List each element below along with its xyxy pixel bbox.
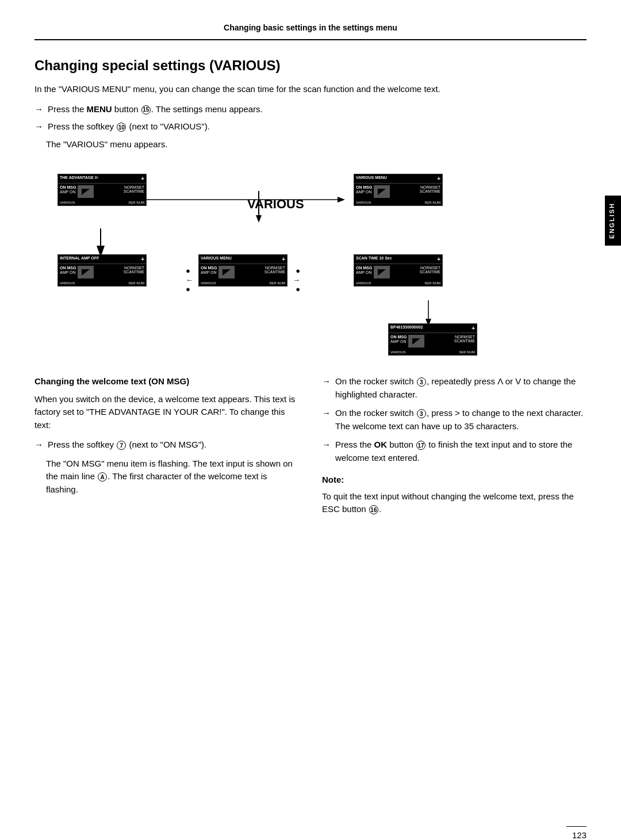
right-bullet2-text: On the rocker switch 3, press > to chang…: [335, 407, 586, 433]
circle-10: 10: [117, 123, 126, 132]
screen-col-right-tl: NORMSET SCANTIME: [124, 185, 144, 198]
sernum-mr: SER NUM: [424, 281, 440, 285]
right-bullet3-text: Press the OK button 17 to finish the tex…: [335, 438, 586, 464]
screen-slash-tl: [78, 185, 94, 198]
right-column: → On the rocker switch 3, repeatedly pre…: [322, 375, 586, 516]
screen-mid-right: SCAN TIME 10 Sec + ON MSG AMP ON NORMSET…: [354, 254, 443, 287]
plus-mr: +: [437, 256, 440, 262]
plus-tr: +: [437, 175, 440, 182]
screen-body-ml: ON MSG AMP ON NORMSET SCANTIME: [58, 264, 146, 280]
onmsg-mc: ON MSG: [201, 266, 217, 270]
arrow-left-top: ●: [186, 266, 190, 275]
various-mr: VARIOUS: [356, 281, 371, 285]
screen-slash-br: [408, 335, 424, 348]
screen-col-left-tr: ON MSG AMP ON: [356, 185, 372, 198]
normset-mc: NORMSET: [264, 266, 285, 270]
screen-tr-title-text: VARIOUS MENU: [356, 175, 387, 182]
screen-col-left-tl: ON MSG AMP ON: [60, 185, 76, 198]
screen-body-br: ON MSG AMP ON NORMSET SCANTIME: [389, 333, 477, 349]
screen-col-left-br: ON MSG AMP ON: [390, 335, 407, 348]
scantime-tr: SCANTIME: [420, 189, 440, 193]
scantime-br: SCANTIME: [454, 339, 475, 343]
two-col-section: Changing the welcome text (ON MSG) When …: [34, 375, 586, 516]
side-tab-label: ENGLISH: [608, 203, 615, 239]
screen-title-ml: INTERNAL AMP OFF +: [58, 255, 146, 264]
arrow-left-bot: ●: [186, 285, 190, 293]
left-arrow1: →: [34, 438, 43, 452]
screen-bottom-mr: VARIOUS SER NUM: [354, 280, 442, 286]
onmsg-ml: ON MSG: [60, 266, 76, 270]
normset-br: NORMSET: [454, 335, 475, 339]
screen-body-tl: ON MSG AMP ON NORMSET SCANTIME: [58, 184, 146, 200]
screen-body-mc: ON MSG AMP ON NORMSET SCANTIME: [199, 264, 287, 280]
bullet1-text: Press the MENU button 15. The settings m…: [48, 103, 263, 116]
various-label: VARIOUS: [247, 197, 304, 212]
note-text: To quit the text input without changing …: [322, 490, 586, 516]
screen-tl-title-text: THE ADVANTAGE I>: [60, 175, 98, 182]
slash-inner-mr: [378, 269, 386, 276]
screen-col-left-mc: ON MSG AMP ON: [201, 266, 217, 278]
left-bullet1: → Press the softkey 7 (next to "ON MSG")…: [34, 438, 299, 452]
section-title: Changing special settings (VARIOUS): [34, 58, 586, 74]
ampon-ml: AMP ON: [60, 270, 76, 274]
scantime-mr: SCANTIME: [420, 270, 440, 274]
scantime-tl: SCANTIME: [124, 189, 144, 193]
various-ml: VARIOUS: [60, 281, 75, 285]
slash-inner-tl: [82, 189, 90, 195]
screen-mid-center: VARIOUS MENU + ON MSG AMP ON NORMSET: [198, 254, 288, 287]
onmsg-mr: ON MSG: [356, 266, 372, 270]
ampon-br: AMP ON: [390, 339, 407, 343]
screen-title-br: BP481530000002 +: [389, 324, 477, 333]
circle-3a: 3: [417, 377, 426, 387]
header-title: Changing basic settings in the settings …: [34, 23, 586, 36]
screen-col-left-ml: ON MSG AMP ON: [60, 266, 76, 278]
sernum-mc: SER NUM: [269, 281, 285, 285]
svg-marker-2: [256, 215, 262, 223]
screen-col-left-mr: ON MSG AMP ON: [356, 266, 372, 278]
svg-marker-4: [338, 197, 345, 203]
various-br: VARIOUS: [390, 350, 406, 354]
normset-mr: NORMSET: [420, 266, 440, 270]
onmsg-tr: ON MSG: [356, 185, 372, 189]
circle-3b: 3: [417, 409, 426, 418]
bullet2-text: Press the softkey 10 (next to "VARIOUS")…: [48, 120, 210, 133]
arrow-icon-2: →: [34, 120, 43, 133]
header-section: Changing basic settings in the settings …: [34, 23, 586, 40]
note-title: Note:: [322, 474, 586, 487]
screen-title-tl: THE ADVANTAGE I> +: [58, 174, 146, 184]
various-tr: VARIOUS: [356, 201, 371, 204]
right-arrow3: →: [322, 438, 331, 452]
arrow-right-bot: ●: [296, 285, 300, 293]
arrow-icon-1: →: [34, 103, 43, 116]
screen-br-title-text: BP481530000002: [390, 325, 423, 331]
screen-bottom-tl: VARIOUS SER NUM: [58, 200, 146, 205]
screen-body-mr: ON MSG AMP ON NORMSET SCANTIME: [354, 264, 442, 280]
scantime-ml: SCANTIME: [124, 270, 144, 274]
ampon-mc: AMP ON: [201, 270, 217, 274]
screen-col-right-tr: NORMSET SCANTIME: [420, 185, 440, 198]
plus-ml: +: [141, 256, 144, 262]
right-bullet2: → On the rocker switch 3, press > to cha…: [322, 407, 586, 433]
left-indent1: The "ON MSG" menu item is flashing. The …: [46, 457, 299, 497]
bullet-softkey: → Press the softkey 10 (next to "VARIOUS…: [34, 120, 586, 133]
screen-title-mr: SCAN TIME 10 Sec +: [354, 255, 442, 264]
indent-various: The "VARIOUS" menu appears.: [46, 138, 586, 151]
ampon-mr: AMP ON: [356, 270, 372, 274]
intro-text: In the "VARIOUS MENU" menu, you can chan…: [34, 83, 586, 96]
english-side-tab: ENGLISH: [605, 196, 621, 246]
circle-16: 16: [369, 505, 378, 514]
right-bullet3: → Press the OK button 17 to finish the t…: [322, 438, 586, 464]
various-mc: VARIOUS: [201, 281, 216, 285]
left-para1: When you switch on the device, a welcome…: [34, 393, 299, 432]
screen-bottom-right: BP481530000002 + ON MSG AMP ON NORMSET S…: [388, 323, 477, 356]
right-arrow2: →: [322, 407, 331, 420]
screen-title-tr: VARIOUS MENU +: [354, 174, 442, 184]
circle-7: 7: [117, 441, 126, 450]
screen-col-right-ml: NORMSET SCANTIME: [124, 266, 144, 278]
screen-slash-mc: [218, 266, 235, 278]
slash-inner-ml: [82, 269, 90, 276]
normset-ml: NORMSET: [124, 266, 144, 270]
normset-tr: NORMSET: [420, 185, 440, 189]
ampon-tr: AMP ON: [356, 190, 372, 194]
sernum-tr: SER NUM: [424, 201, 440, 204]
